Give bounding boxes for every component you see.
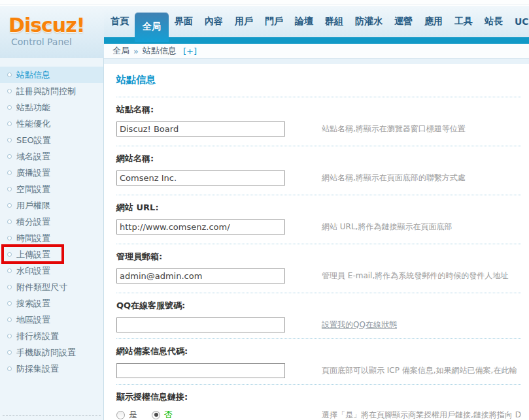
- bullet-icon: [7, 301, 12, 306]
- bullet-icon: [7, 350, 12, 355]
- field-help-text: 網站名稱,將顯示在頁面底部的聯繫方式處: [322, 172, 466, 184]
- top-nav: 首頁 全局 界面 內容 用戶 門戶 論壇 群組 防灌水 運營 應用 工具 站長 …: [105, 6, 529, 37]
- radio-label-yes: 是: [129, 409, 137, 420]
- sidebar-item-site-functions[interactable]: 站點功能: [0, 99, 103, 116]
- sidebar-item-label: 防採集設置: [16, 363, 59, 375]
- sidebar-item-label: SEO設置: [16, 135, 51, 146]
- nav-item-global-active[interactable]: 全局: [135, 12, 169, 42]
- sidebar-menu: 站點信息 註冊與訪問控制 站點功能 性能優化 SEO設置 域名設置 廣播設置 空…: [0, 58, 104, 420]
- nav-item-webmaster[interactable]: 站長: [479, 16, 509, 27]
- sidebar-item-watermark[interactable]: 水印設置: [0, 263, 103, 279]
- sidebar-item-register-access[interactable]: 註冊與訪問控制: [0, 83, 103, 99]
- sidebar-item-performance[interactable]: 性能優化: [0, 116, 103, 132]
- bullet-icon: [7, 187, 12, 191]
- bullet-icon: [7, 121, 12, 126]
- field-group-website-name: 網站名稱: 網站名稱,將顯示在頁面底部的聯繫方式處: [116, 146, 521, 195]
- qq-number-input[interactable]: [116, 317, 285, 332]
- bullet-icon: [7, 317, 12, 322]
- breadcrumb-section[interactable]: 全局: [112, 45, 129, 57]
- nav-item-portal[interactable]: 門戶: [259, 16, 289, 27]
- bullet-icon: [7, 334, 12, 338]
- field-label: 網站備案信息代碼:: [116, 346, 521, 357]
- nav-item-tools[interactable]: 工具: [449, 16, 479, 27]
- sidebar-item-credits[interactable]: 積分設置: [0, 214, 103, 230]
- sidebar-item-attachment-types[interactable]: 附件類型尺寸: [0, 279, 103, 295]
- field-group-icp-code: 網站備案信息代碼: 頁面底部可以顯示 ICP 備案信息,如果網站已備案,在此輸: [116, 339, 521, 385]
- nav-item-users[interactable]: 用戶: [229, 16, 259, 27]
- nav-item-groups[interactable]: 群組: [319, 16, 349, 27]
- field-help-text: 站點名稱,將顯示在瀏覽器窗口標題等位置: [322, 123, 466, 135]
- page-title: 站點信息: [116, 74, 529, 86]
- nav-item-content[interactable]: 內容: [199, 16, 229, 27]
- sidebar-item-label: 地區設置: [16, 314, 50, 326]
- nav-item-interface[interactable]: 界面: [169, 16, 199, 27]
- radio-checked-icon[interactable]: [152, 411, 160, 419]
- license-link-radio-no[interactable]: 否: [152, 409, 173, 420]
- sidebar-item-label: 廣播設置: [16, 167, 50, 179]
- sidebar-item-user-permissions[interactable]: 用戶權限: [0, 197, 103, 214]
- icp-code-input[interactable]: [116, 363, 285, 378]
- bullet-icon: [7, 138, 12, 142]
- nav-item-antispam[interactable]: 防灌水: [349, 16, 388, 27]
- sidebar-item-label: 手機版訪問設置: [16, 347, 76, 359]
- sidebar-item-label: 站點信息: [16, 69, 50, 81]
- bullet-icon: [7, 219, 12, 224]
- sidebar-item-label: 時間設置: [16, 233, 50, 244]
- bullet-icon: [7, 154, 12, 159]
- content-top-strip: [104, 59, 529, 64]
- bullet-icon: [7, 366, 12, 371]
- bullet-icon: [7, 105, 12, 110]
- field-group-site-name: 站點名稱: 站點名稱,將顯示在瀏覽器窗口標題等位置: [116, 97, 521, 146]
- field-label: 顯示授權信息鏈接:: [116, 391, 521, 403]
- field-label: 管理員郵箱:: [116, 251, 521, 263]
- field-group-admin-email: 管理員郵箱: 管理員 E-mail,將作為系統發郵件的時候的發件人地址: [116, 244, 521, 293]
- breadcrumb-separator-icon: »: [133, 46, 139, 56]
- sidebar-item-site-info[interactable]: 站點信息: [0, 67, 103, 83]
- logo-subtitle: Control Panel: [11, 37, 104, 47]
- logo-area: Discuz! Control Panel: [0, 6, 104, 58]
- field-help-text: 頁面底部可以顯示 ICP 備案信息,如果網站已備案,在此輸: [322, 365, 517, 376]
- breadcrumb-expand-toggle[interactable]: [+]: [183, 46, 197, 56]
- sidebar-item-label: 附件類型尺寸: [16, 282, 67, 293]
- license-link-radio-yes[interactable]: 是: [116, 409, 137, 420]
- nav-item-operation[interactable]: 運營: [388, 16, 418, 27]
- sidebar-item-label: 搜索設置: [16, 298, 50, 310]
- sidebar-item-label: 性能優化: [16, 118, 50, 130]
- nav-item-home[interactable]: 首頁: [105, 16, 135, 27]
- website-name-input[interactable]: [116, 170, 285, 186]
- admin-email-input[interactable]: [116, 268, 285, 283]
- site-name-input[interactable]: [116, 121, 285, 137]
- sidebar-item-mobile-access[interactable]: 手機版訪問設置: [0, 344, 103, 361]
- sidebar-item-district[interactable]: 地區設置: [0, 312, 103, 328]
- sidebar-item-search[interactable]: 搜索設置: [0, 295, 103, 312]
- field-group-qq-service: QQ在線客服號碼: 設置我的QQ在線狀態: [116, 293, 521, 339]
- breadcrumb: 全局 » 站點信息 [+]: [104, 44, 529, 59]
- sidebar-item-label: 域名設置: [16, 151, 50, 163]
- qq-online-status-link[interactable]: 設置我的QQ在線狀態: [322, 319, 397, 331]
- nav-item-apps[interactable]: 應用: [418, 16, 449, 27]
- sidebar-item-space[interactable]: 空間設置: [0, 181, 103, 197]
- sidebar-item-broadcast[interactable]: 廣播設置: [0, 165, 103, 181]
- sidebar-item-label: 站點功能: [16, 102, 50, 114]
- website-url-input[interactable]: [116, 219, 285, 234]
- sidebar-bottom-divider: [3, 415, 101, 416]
- sidebar-item-label: 空間設置: [16, 184, 50, 195]
- radio-unchecked-icon[interactable]: [116, 411, 125, 419]
- sidebar-item-label: 註冊與訪問控制: [16, 86, 76, 97]
- field-label: 網站 URL:: [116, 202, 521, 214]
- bullet-icon: [7, 285, 12, 289]
- bullet-icon: [7, 89, 12, 93]
- annotation-highlight-box: [1, 244, 64, 264]
- sidebar-item-domain[interactable]: 域名設置: [0, 148, 103, 165]
- sidebar-item-seo[interactable]: SEO設置: [0, 132, 103, 148]
- sidebar-item-label: 積分設置: [16, 216, 50, 228]
- bullet-icon: [7, 236, 12, 240]
- sidebar-item-ranking[interactable]: 排行榜設置: [0, 328, 103, 344]
- nav-item-forum[interactable]: 論壇: [289, 16, 319, 27]
- sidebar-item-anticollection[interactable]: 防採集設置: [0, 361, 103, 377]
- field-group-website-url: 網站 URL: 網站 URL,將作為鏈接顯示在頁面底部: [116, 195, 521, 244]
- field-help-text: 管理員 E-mail,將作為系統發郵件的時候的發件人地址: [322, 270, 508, 282]
- top-strip: [0, 0, 529, 5]
- field-group-license-link: 顯示授權信息鏈接: 是 否 選擇「是」將在頁腳顯示商業授權用戶鏈接,鏈接將指向 …: [116, 385, 521, 420]
- nav-item-ucenter[interactable]: UCenter: [509, 16, 529, 27]
